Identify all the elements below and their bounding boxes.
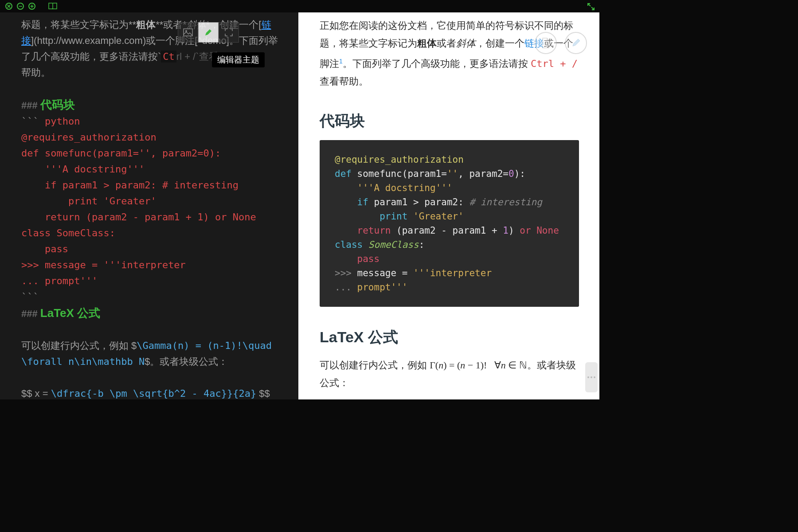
separator-icon: · [559,32,562,54]
tok-string: '' [447,168,458,179]
insert-image-button[interactable] [178,22,198,43]
editor-code-line: if param1 > param2: # interesting [21,177,281,193]
editor-floating-toolbar [178,22,239,43]
editor-code-line: def somefunc(param1='', param2=0): [21,145,281,161]
math-inline: Γ(n) = (n − 1)! ∀n ∈ ℕ [430,360,527,371]
preview-text: 或者 [437,38,456,49]
keyboard-shortcut: Ctrl + / [531,58,578,69]
preview-float-toolbar: · [535,32,587,54]
preview-bold: 粗体 [417,38,437,49]
preview-text: ，创建一个 [476,38,524,49]
tok-keyword: class [335,239,363,250]
preview-h3-code: 代码块 [320,112,579,129]
tok-prompt: ... [335,282,352,293]
editor-text: ]( [31,35,37,46]
preview-text: 查看帮助。 [320,76,368,87]
maximize-button[interactable] [28,3,35,10]
tok-expr: param1 > param2: [368,197,469,207]
editor-code-line: pass [21,241,281,257]
tok-punc: ): [514,168,525,179]
tok-pass: pass [357,254,380,264]
editor-code-line: >>> message = '''interpreter [21,257,281,273]
tok-keyword: def [335,168,352,179]
tok-number: 1 [503,225,509,236]
editor-url: http://www.example.com [37,35,142,46]
code-fence-close: ``` [21,291,39,302]
tok-punc: , param2= [458,168,509,179]
h3-marks: ### [21,308,40,319]
editor-text: $。或者块级公式： [145,356,228,367]
editor-h3-latex: LaTeX 公式 [40,306,100,320]
tok-indent [335,254,357,264]
tok-space [531,225,537,236]
edit-button[interactable] [565,32,587,54]
tok-none: None [536,225,559,236]
close-button[interactable] [5,3,12,10]
tok-string: '''A docstring''' [335,183,453,193]
editor-code-line: return (param2 - param1 + 1) or None [21,209,281,225]
tooltip: 编辑器主题 [212,52,265,67]
editor-code-line: '''A docstring''' [21,161,281,177]
preview-h3-latex: LaTeX 公式 [320,328,579,346]
preview-text: 。下面列举了几个高级功能，更多语法请按 [343,58,531,69]
editor-latex-inline: \Gamma(n) = (n-1)! [137,340,242,351]
h3-marks: ### [21,100,40,111]
editor-h3-code: 代码块 [40,98,75,111]
preview-pane: · 正如您在阅读的这份文档，它使用简单的符号标识不同的标题，将某些文字标记为粗体… [298,12,599,399]
tok-keyword: if [335,197,368,207]
editor-text: $$ x = [21,388,51,399]
preview-italic: 斜体 [456,38,476,49]
tok-expr: ) [509,225,520,236]
editor-theme-button[interactable] [198,22,219,43]
preview-paragraph: 可以创建行内公式，例如 Γ(n) = (n − 1)! ∀n ∈ ℕ。或者块级公… [320,356,579,392]
editor-code-line: print 'Greater' [21,193,281,209]
editor-inline-code: Ct [161,51,176,63]
tok-punc: (param1= [402,168,447,179]
editor-latex-block: \dfrac{-b \pm \sqrt{b^2 - 4ac}}{2a} [51,388,257,399]
editor-text: $$ [256,388,270,399]
editor-code-line: @requires_authorization [21,129,281,145]
tok-string: prompt''' [352,282,407,293]
scroll-handle[interactable] [585,362,598,392]
editor-code-line: class SomeClass: [21,225,281,241]
preview-codeblock: @requires_authorization def somefunc(par… [320,140,579,307]
tok-classname: SomeClass [363,239,419,250]
tok-return: return [335,225,391,236]
tok-punc: : [419,239,425,250]
footnote-ref[interactable]: 1 [339,58,343,65]
editor-bold: 粗体 [136,19,156,30]
window-titlebar [0,0,599,12]
tok-or: or [520,225,531,236]
preview-text: 可以创建行内公式，例如 [320,360,430,371]
tok-expr: (param2 - param1 + [391,225,503,236]
svg-rect-0 [184,29,192,36]
tok-prompt: >>> [335,268,352,278]
tok-comment: # interesting [469,197,542,207]
notebook-icon[interactable] [48,2,58,10]
editor-code-line: ... prompt''' [21,273,281,289]
tok-expr: message = [352,268,413,278]
page-link-button[interactable] [535,32,557,54]
tok-number: 0 [509,168,514,179]
expand-button[interactable] [219,22,239,43]
tok-string: 'Greater' [407,211,463,222]
tok-indent [335,211,379,222]
tok-string: '''interpreter [413,268,492,278]
tok-decorator: @requires_authorization [335,154,464,165]
tok-keyword: print [379,211,407,222]
code-fence-open: ``` [21,116,39,127]
editor-text: 标题，将某些文字标记为** [21,19,136,30]
editor-text: 帮助。 [21,67,51,78]
tok-funcname: somefunc [352,168,402,179]
fullscreen-icon[interactable] [587,3,595,11]
editor-content[interactable]: 标题，将某些文字标记为**粗体**或者*斜体*，创建一个[链接](http://… [21,17,281,399]
editor-pane[interactable]: 标题，将某些文字标记为**粗体**或者*斜体*，创建一个[链接](http://… [0,12,298,399]
minimize-button[interactable] [17,3,24,10]
editor-text: 可以创建行内公式，例如 $ [21,340,137,351]
code-lang: python [39,116,80,127]
